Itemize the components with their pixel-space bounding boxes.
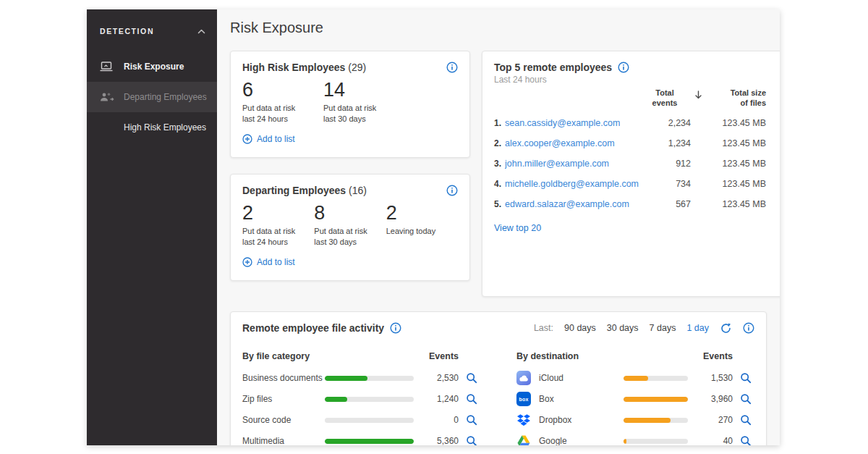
bar-fill (624, 418, 671, 423)
chevron-up-icon[interactable] (197, 29, 205, 34)
add-to-list-link[interactable]: Add to list (242, 257, 295, 267)
total-events-value: 912 (639, 159, 691, 169)
monitor-icon (100, 61, 114, 72)
bar-track (325, 418, 414, 423)
view-top-20-link[interactable]: View top 20 (494, 223, 541, 233)
section-label: DETECTION (100, 27, 154, 35)
chart-row: Business documents 2,530 (242, 368, 480, 389)
stat-value: 14 (323, 79, 404, 101)
page-title: Risk Exposure (230, 20, 767, 36)
bar-fill (325, 376, 367, 381)
rank: 4. (494, 179, 501, 189)
info-icon[interactable] (446, 185, 458, 196)
sidebar-item-label: Departing Employees (124, 92, 207, 102)
chart-row: Multimedia 5,360 (242, 431, 480, 445)
search-icon[interactable] (466, 414, 480, 426)
filter-label: Last: (534, 323, 553, 333)
bar-track (624, 376, 688, 381)
search-icon[interactable] (740, 435, 754, 445)
employee-email-link[interactable]: edward.salazar@example.com (505, 199, 629, 209)
user-profile-icon[interactable] (766, 117, 780, 129)
by-destination-chart: By destination Events iCloud 1,530 (516, 348, 754, 445)
search-icon[interactable] (740, 414, 754, 426)
stat-value: 2 (386, 202, 458, 224)
stat-value: 8 (314, 202, 386, 224)
card-title: Remote employee file activity (242, 322, 384, 334)
sidebar-item-risk-exposure[interactable]: Risk Exposure (87, 51, 217, 82)
bar-track (624, 418, 688, 423)
card-title: Top 5 remote employees (494, 62, 612, 73)
sort-desc-icon (694, 91, 702, 101)
search-icon[interactable] (740, 393, 754, 405)
search-icon[interactable] (740, 372, 754, 384)
filter-7-days[interactable]: 7 days (650, 323, 676, 333)
filter-1-day[interactable]: 1 day (686, 323, 709, 333)
filter-30-days[interactable]: 30 days (607, 323, 639, 333)
search-icon[interactable] (466, 372, 480, 384)
user-profile-icon[interactable] (766, 158, 780, 169)
table-row: 3.john.miller@example.com 912 123.45 MB (494, 154, 780, 174)
employee-email-link[interactable]: john.miller@example.com (505, 159, 609, 169)
google-drive-icon (516, 434, 531, 445)
stat-caption: Leaving today (386, 226, 458, 237)
user-profile-icon[interactable] (766, 198, 780, 210)
table-row: 4.michelle.goldberg@example.com 734 123.… (494, 174, 780, 194)
events-column-header: Events (421, 351, 459, 361)
search-icon[interactable] (466, 393, 480, 405)
left-card-column: High Risk Employees (29) 6 Put data at r… (230, 51, 470, 297)
sidebar-item-high-risk-employees[interactable]: High Risk Employees (87, 112, 217, 143)
search-icon[interactable] (466, 435, 480, 445)
stat-value: 2 (242, 202, 314, 224)
stat-caption: Put data at risklast 30 days (323, 103, 404, 125)
employee-email-link[interactable]: sean.cassidy@example.com (505, 118, 620, 128)
main-content: Risk Exposure High Risk Employees (29) (217, 9, 780, 445)
table-row: 5.edward.salazar@example.com 567 123.45 … (494, 194, 780, 214)
events-value: 2,530 (421, 373, 459, 383)
employee-email-link[interactable]: michelle.goldberg@example.com (505, 179, 639, 189)
bar-track (325, 376, 414, 381)
card-title: High Risk Employees (29) (242, 62, 366, 73)
bar-track (624, 397, 688, 402)
table-row: 1.sean.cassidy@example.com 2,234 123.45 … (494, 113, 780, 133)
chart-row: Source code 0 (242, 410, 480, 431)
dropbox-icon (516, 413, 531, 427)
rank: 2. (494, 138, 501, 148)
sidebar-item-label: High Risk Employees (124, 122, 206, 133)
chart-row: Google 40 (516, 431, 754, 445)
sidebar-section-detection[interactable]: DETECTION (87, 21, 217, 41)
chart-row: Dropbox 270 (516, 410, 754, 431)
chart-row: iCloud 1,530 (516, 368, 754, 389)
refresh-icon[interactable] (720, 322, 732, 335)
plus-circle-icon (242, 257, 252, 267)
bar-track (624, 439, 688, 444)
total-size-value: 123.45 MB (691, 199, 766, 209)
plus-circle-icon (242, 134, 252, 144)
stat-leaving-today: 2 Leaving today (386, 202, 458, 248)
user-profile-icon[interactable] (766, 138, 780, 149)
sidebar-item-departing-employees[interactable]: Departing Employees (87, 82, 217, 112)
events-value: 3,960 (695, 394, 733, 404)
info-icon[interactable] (618, 62, 629, 73)
stat-caption: Put data at risklast 24 hours (242, 103, 323, 125)
box-icon: box (516, 392, 531, 406)
column-header-total-events[interactable]: Totalevents (639, 88, 691, 109)
icloud-icon (516, 371, 531, 385)
rank: 3. (494, 159, 501, 169)
events-value: 1,240 (421, 394, 459, 404)
add-to-list-link[interactable]: Add to list (242, 134, 295, 144)
events-value: 270 (695, 415, 733, 425)
info-icon[interactable] (743, 322, 754, 334)
total-events-value: 734 (639, 179, 691, 189)
departing-people-icon (100, 92, 114, 103)
card-subtitle: Last 24 hours (494, 75, 780, 85)
bar-fill (325, 439, 414, 444)
filter-90-days[interactable]: 90 days (564, 323, 596, 333)
info-icon[interactable] (446, 62, 458, 73)
employee-email-link[interactable]: alex.cooper@example.com (505, 138, 615, 148)
chart-row: Zip files 1,240 (242, 389, 480, 410)
info-icon[interactable] (390, 322, 401, 334)
user-profile-icon[interactable] (766, 178, 780, 190)
departing-employees-card: Departing Employees (16) 2 Put data at r… (230, 174, 470, 281)
bar-track (325, 439, 414, 444)
events-value: 5,360 (421, 436, 459, 445)
